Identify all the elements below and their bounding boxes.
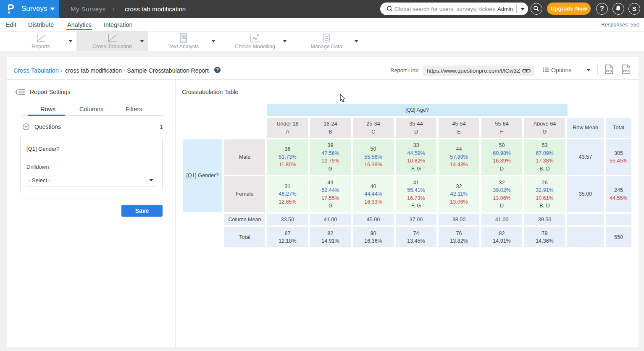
svg-text:XLS: XLS <box>606 69 612 73</box>
svg-text:PDF: PDF <box>623 69 629 73</box>
